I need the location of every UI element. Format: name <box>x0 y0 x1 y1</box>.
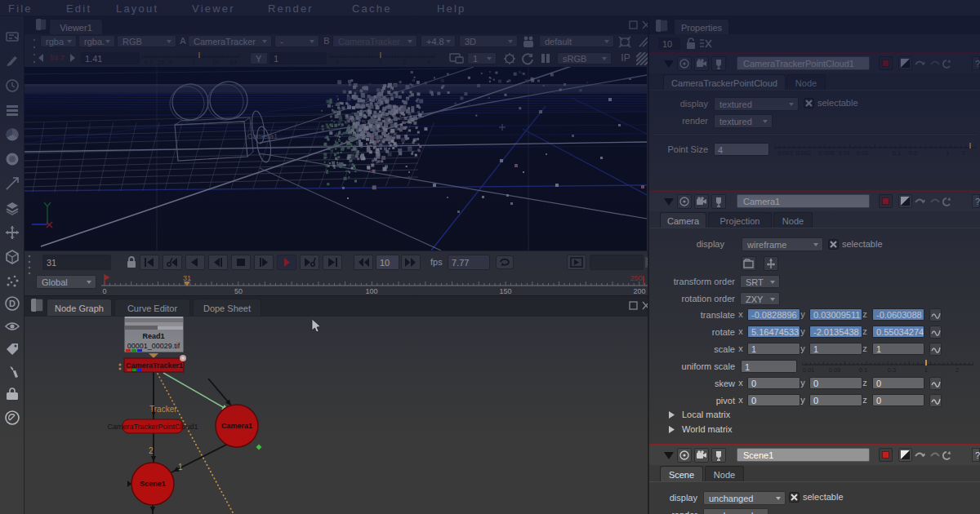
svg-text:CameraTracker1: CameraTracker1 <box>126 361 183 370</box>
svg-text:D: D <box>9 299 16 308</box>
svg-text:2: 2 <box>149 446 154 455</box>
svg-text:0.02: 0.02 <box>857 149 869 157</box>
svg-text:0.1: 0.1 <box>145 59 153 66</box>
svg-text:0.03: 0.03 <box>829 366 841 374</box>
svg-text:.25: .25 <box>156 59 164 66</box>
svg-text:0: 0 <box>102 287 106 295</box>
svg-text:Camera1: Camera1 <box>247 132 278 140</box>
svg-text:0.002: 0.002 <box>796 149 812 157</box>
svg-text:64: 64 <box>230 59 237 66</box>
svg-text:1: 1 <box>379 59 382 66</box>
svg-text:00001_00029.tif: 00001_00029.tif <box>127 342 180 350</box>
svg-text:0.001: 0.001 <box>778 149 794 157</box>
svg-text:CameraTrackerPointCloud1: CameraTrackerPointCloud1 <box>107 423 198 431</box>
svg-text:4: 4 <box>427 59 430 66</box>
svg-text:0.1: 0.1 <box>893 149 901 157</box>
svg-text:1: 1 <box>924 366 928 374</box>
svg-text:Scene1: Scene1 <box>140 480 166 488</box>
svg-text:Camera1: Camera1 <box>221 422 252 430</box>
svg-text:100: 100 <box>365 287 377 295</box>
svg-text:1: 1 <box>178 463 183 472</box>
svg-text:Read1: Read1 <box>142 332 164 340</box>
svg-text:0.01: 0.01 <box>839 149 851 157</box>
svg-text:Tracker: Tracker <box>149 405 177 414</box>
svg-text:1: 1 <box>192 59 195 66</box>
svg-text:31: 31 <box>183 274 191 282</box>
svg-text:0.3: 0.3 <box>888 366 896 374</box>
svg-text:0.1: 0.1 <box>859 366 867 374</box>
svg-text:50: 50 <box>234 287 243 295</box>
svg-text:250: 250 <box>630 274 642 282</box>
svg-text:.5: .5 <box>167 59 172 66</box>
svg-text:10: 10 <box>212 59 219 66</box>
svg-text:0: 0 <box>336 59 339 66</box>
svg-text:2: 2 <box>403 59 406 66</box>
svg-text:200: 200 <box>633 287 645 295</box>
svg-text:0.2: 0.2 <box>909 149 917 157</box>
svg-text:0.005: 0.005 <box>819 149 835 157</box>
svg-text:2: 2 <box>962 149 965 157</box>
svg-text:0.01: 0.01 <box>803 366 815 374</box>
svg-text:2: 2 <box>956 366 959 374</box>
svg-text:150: 150 <box>499 287 511 295</box>
svg-text:1: 1 <box>946 149 949 157</box>
